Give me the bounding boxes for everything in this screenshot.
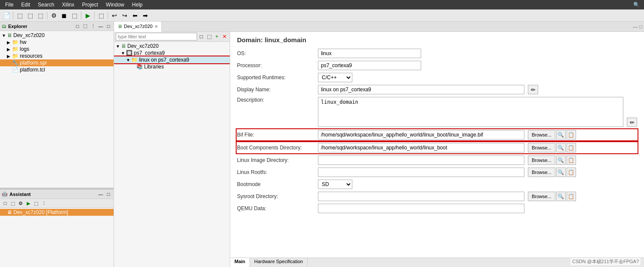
toolbar-btn3[interactable]: ⬚ <box>36 11 45 20</box>
input-display-name[interactable] <box>318 85 524 94</box>
editor-tree-libraries[interactable]: 📚 Libraries <box>114 63 230 70</box>
explorer-min-btn[interactable]: — <box>97 23 104 30</box>
assistant-tb-btn1[interactable]: □ <box>2 200 9 207</box>
filter-close-btn[interactable]: ✕ <box>221 33 228 40</box>
sysroot-search-btn[interactable]: 🔍 <box>556 192 566 201</box>
menu-edit[interactable]: Edit <box>18 1 34 9</box>
icon-editor-ps7: 🔲 <box>126 50 132 56</box>
toolbar-new-btn[interactable]: 📄 <box>2 11 11 20</box>
toolbar-redo-btn[interactable]: ↪ <box>120 11 129 20</box>
explorer-collapse-btn[interactable]: □ <box>74 23 81 30</box>
assistant-tb-btn3[interactable]: ⚙ <box>17 200 24 207</box>
toolbar-undo-btn[interactable]: ↩ <box>110 11 119 20</box>
bif-search-btn[interactable]: 🔍 <box>556 130 566 140</box>
tab-hardware-spec[interactable]: Hardware Specification <box>250 258 308 267</box>
toolbar-btn2[interactable]: ⬚ <box>25 11 35 20</box>
toolbar-btn5[interactable]: ⬚ <box>70 11 79 20</box>
menu-xilinx[interactable]: Xilinx <box>59 1 78 9</box>
form-row-description: Description: ✏ <box>237 97 637 127</box>
linux-rootfs-search-btn[interactable]: 🔍 <box>556 168 566 177</box>
select-runtimes[interactable]: C/C++ <box>318 73 352 82</box>
search-icon[interactable]: 🔍 <box>633 2 642 8</box>
toolbar-run-btn[interactable]: ▶ <box>83 11 92 20</box>
form-row-display-name: Display Name: ✏ <box>237 85 637 94</box>
explorer-menu-btn[interactable]: ⋮ <box>89 23 96 30</box>
menu-window[interactable]: Window <box>102 1 128 9</box>
editor-max-btn[interactable]: □ <box>639 24 642 29</box>
menu-help[interactable]: Help <box>129 1 146 9</box>
sysroot-browse-btn[interactable]: Browse... <box>528 192 555 201</box>
tree-item-platform-tcl[interactable]: 📄 platform.tcl <box>0 66 114 73</box>
toolbar-btn4[interactable]: ◼ <box>59 11 69 20</box>
linux-rootfs-browse-btn[interactable]: Browse... <box>528 168 555 177</box>
input-linux-rootfs[interactable] <box>318 168 524 177</box>
assistant-tb-btn5[interactable]: ⋮ <box>40 200 47 207</box>
assistant-run-btn[interactable]: ▶ <box>25 200 32 207</box>
form-row-bif-file: Bif File: Browse... 🔍 📋 <box>237 130 637 140</box>
label-sysroot: Sysroot Directory: <box>237 193 314 199</box>
input-qemu[interactable] <box>318 204 524 213</box>
editor-tree-root[interactable]: ▼ 🖥 Dev_xc7z020 <box>114 43 230 50</box>
filter-expand-btn[interactable]: ⬚ <box>206 33 213 40</box>
linux-image-search-btn[interactable]: 🔍 <box>556 155 566 165</box>
assistant-tb-btn2[interactable]: ⬚ <box>9 200 16 207</box>
linux-image-browse-btn[interactable]: Browse... <box>528 155 555 165</box>
input-os[interactable] <box>318 49 421 58</box>
select-bootmode[interactable]: SD <box>318 180 352 189</box>
tab-main[interactable]: Main <box>230 258 250 267</box>
tree-label-logs: logs <box>20 46 29 52</box>
label-processor: Processor: <box>237 62 314 68</box>
icon-editor-libraries: 📚 <box>136 64 143 70</box>
assistant-tree-item[interactable]: 🖥 Dev_xc7z020 [Platform] <box>0 209 114 216</box>
input-linux-image[interactable] <box>318 155 524 165</box>
label-linux-image: Linux Image Directory: <box>237 157 314 163</box>
left-panel: 🗂 Explorer □ ⬚ ⋮ — □ ▼ 🖥 Dev_xc7z020 ▶ 📁 <box>0 22 114 267</box>
editor-tree-ps7[interactable]: ▼ 🔲 ps7_cortexa9 <box>114 50 230 56</box>
toolbar-btn1[interactable]: ⬚ <box>15 11 25 20</box>
tree-item-platform-spr[interactable]: 🔧 platform.spr <box>0 59 114 66</box>
bif-copy-btn[interactable]: 📋 <box>567 130 576 140</box>
tree-item-resources[interactable]: ▶ 📁 resources <box>0 53 114 59</box>
tree-item-root[interactable]: ▼ 🖥 Dev_xc7z020 <box>0 32 114 39</box>
input-processor[interactable] <box>318 61 421 70</box>
boot-search-btn[interactable]: 🔍 <box>556 143 566 152</box>
toolbar-settings-btn[interactable]: ⚙ <box>49 11 59 20</box>
form-row-sysroot: Sysroot Directory: Browse... 🔍 📋 <box>237 192 637 201</box>
menu-search[interactable]: Search <box>34 1 58 9</box>
arrow-editor-linux: ▼ <box>126 58 131 62</box>
explorer-expand-btn[interactable]: ⬚ <box>82 23 89 30</box>
input-description[interactable] <box>318 97 623 127</box>
editor-tree-linux[interactable]: ▼ 📁 linux on ps7_cortexa9 <box>114 56 230 63</box>
toolbar-fwd-btn[interactable]: ➡ <box>141 11 150 20</box>
linux-image-copy-btn[interactable]: 📋 <box>567 155 576 165</box>
tree-item-logs[interactable]: ▶ 📁 logs <box>0 46 114 53</box>
toolbar-btn6[interactable]: ⬚ <box>96 11 106 20</box>
filter-collapse-btn[interactable]: □ <box>198 33 205 40</box>
tree-label-root: Dev_xc7z020 <box>13 32 45 38</box>
linux-rootfs-copy-btn[interactable]: 📋 <box>567 168 576 177</box>
menu-file[interactable]: File <box>2 1 17 9</box>
form-row-qemu: QEMU Data: <box>237 204 637 213</box>
assistant-max-btn[interactable]: □ <box>105 191 112 198</box>
explorer-max-btn[interactable]: □ <box>105 23 112 30</box>
input-sysroot[interactable] <box>318 192 524 201</box>
assistant-tb-btn4[interactable]: ⬚ <box>33 200 40 207</box>
tab-dev-xc7z020[interactable]: 🖥 Dev_xc7z020 ✕ <box>114 22 162 32</box>
linux-image-actions: Browse... 🔍 📋 <box>528 155 576 165</box>
input-boot-components[interactable] <box>318 143 524 152</box>
tree-item-hw[interactable]: ▶ 📁 hw <box>0 39 114 46</box>
toolbar-back-btn[interactable]: ⬅ <box>130 11 140 20</box>
menu-project[interactable]: Project <box>79 1 102 9</box>
input-bif-file[interactable] <box>318 130 524 140</box>
sysroot-copy-btn[interactable]: 📋 <box>567 192 576 201</box>
bif-browse-btn[interactable]: Browse... <box>528 130 555 140</box>
tab-close-btn[interactable]: ✕ <box>154 24 158 29</box>
filter-input[interactable] <box>116 33 197 40</box>
edit-display-name-btn[interactable]: ✏ <box>528 85 538 94</box>
assistant-min-btn[interactable]: — <box>97 191 104 198</box>
boot-browse-btn[interactable]: Browse... <box>528 143 555 152</box>
filter-add-btn[interactable]: + <box>213 33 220 40</box>
edit-description-btn[interactable]: ✏ <box>627 118 637 127</box>
boot-copy-btn[interactable]: 📋 <box>567 143 576 152</box>
editor-min-btn[interactable]: — <box>633 24 638 29</box>
